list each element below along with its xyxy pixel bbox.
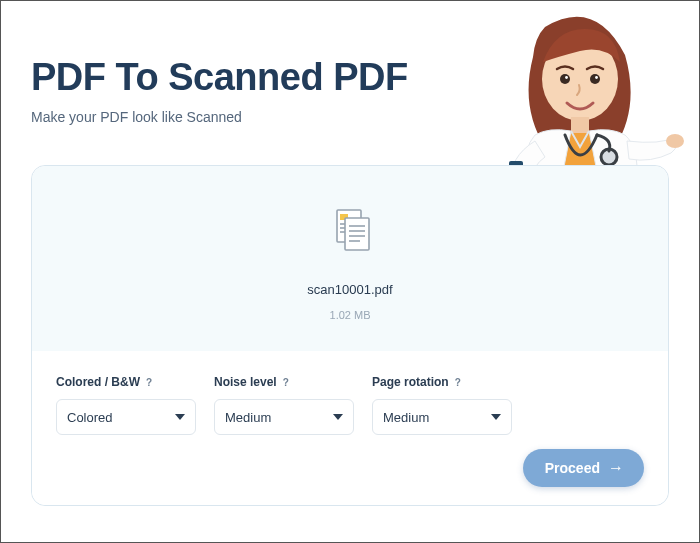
chevron-down-icon bbox=[491, 414, 501, 420]
option-rotation-label: Page rotation ? bbox=[372, 375, 512, 389]
label-text: Colored / B&W bbox=[56, 375, 140, 389]
page-title: PDF To Scanned PDF bbox=[31, 56, 669, 99]
file-drop-area: scan10001.pdf 1.02 MB bbox=[32, 166, 668, 351]
help-icon[interactable]: ? bbox=[146, 377, 152, 388]
option-rotation: Page rotation ? Medium bbox=[372, 375, 512, 435]
svg-point-6 bbox=[601, 149, 617, 165]
label-text: Page rotation bbox=[372, 375, 449, 389]
select-value: Medium bbox=[383, 410, 429, 425]
rotation-select[interactable]: Medium bbox=[372, 399, 512, 435]
svg-rect-16 bbox=[345, 218, 369, 250]
conversion-panel: scan10001.pdf 1.02 MB Colored / B&W ? Co… bbox=[31, 165, 669, 506]
proceed-button[interactable]: Proceed → bbox=[523, 449, 644, 487]
option-color: Colored / B&W ? Colored bbox=[56, 375, 196, 435]
help-icon[interactable]: ? bbox=[283, 377, 289, 388]
label-text: Noise level bbox=[214, 375, 277, 389]
svg-point-10 bbox=[666, 134, 684, 148]
page-subtitle: Make your PDF look like Scanned bbox=[31, 109, 669, 125]
option-noise-label: Noise level ? bbox=[214, 375, 354, 389]
file-name: scan10001.pdf bbox=[52, 282, 648, 297]
select-value: Colored bbox=[67, 410, 113, 425]
help-icon[interactable]: ? bbox=[455, 377, 461, 388]
proceed-label: Proceed bbox=[545, 460, 600, 476]
option-color-label: Colored / B&W ? bbox=[56, 375, 196, 389]
chevron-down-icon bbox=[333, 414, 343, 420]
file-size: 1.02 MB bbox=[52, 309, 648, 321]
chevron-down-icon bbox=[175, 414, 185, 420]
document-icon bbox=[327, 208, 373, 254]
select-value: Medium bbox=[225, 410, 271, 425]
color-select[interactable]: Colored bbox=[56, 399, 196, 435]
arrow-right-icon: → bbox=[608, 459, 624, 477]
noise-select[interactable]: Medium bbox=[214, 399, 354, 435]
option-noise: Noise level ? Medium bbox=[214, 375, 354, 435]
